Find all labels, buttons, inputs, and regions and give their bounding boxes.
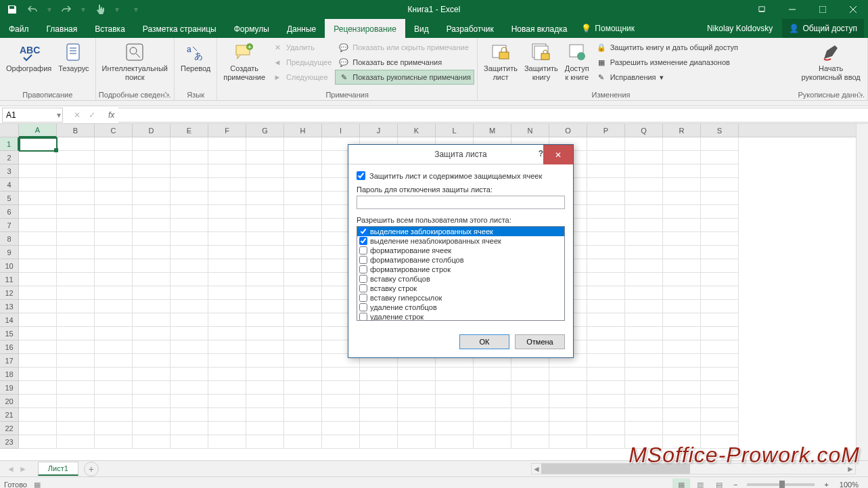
cell[interactable]	[663, 368, 701, 381]
cell[interactable]	[663, 151, 701, 164]
cell[interactable]	[701, 259, 739, 273]
cell[interactable]	[95, 205, 133, 219]
cell[interactable]	[587, 259, 625, 273]
cell[interactable]	[587, 232, 625, 246]
vertical-scrollbar[interactable]	[856, 124, 868, 460]
cell[interactable]	[19, 340, 57, 354]
cell[interactable]	[284, 327, 322, 340]
allow-ranges-button[interactable]: ▦Разрешить изменение диапазонов	[593, 55, 741, 70]
zoom-out-icon[interactable]: −	[729, 481, 741, 488]
chevron-down-icon[interactable]: ▾	[57, 110, 61, 120]
cell[interactable]	[663, 381, 701, 395]
cell[interactable]	[663, 137, 701, 151]
cell[interactable]	[170, 300, 208, 313]
cell[interactable]	[19, 435, 57, 449]
cell[interactable]	[57, 381, 95, 395]
cell[interactable]	[663, 327, 701, 340]
cell[interactable]	[19, 422, 57, 435]
cell[interactable]	[511, 381, 549, 395]
row-header[interactable]: 14	[0, 313, 19, 327]
cell[interactable]	[587, 286, 625, 300]
cell[interactable]	[170, 340, 208, 354]
undo-icon[interactable]	[27, 4, 38, 15]
permission-checkbox[interactable]	[359, 275, 367, 283]
cell[interactable]	[133, 232, 170, 246]
cell[interactable]	[95, 259, 133, 273]
show-all-comments-button[interactable]: 💬Показать все примечания	[335, 55, 474, 70]
cell[interactable]	[511, 435, 549, 449]
cell[interactable]	[170, 381, 208, 395]
cell[interactable]	[57, 205, 95, 219]
cell[interactable]	[625, 327, 663, 340]
user-name[interactable]: Nikolay Koldovsky	[700, 24, 779, 33]
prev-comment-button[interactable]: ◄Предыдущее	[269, 55, 335, 70]
cell[interactable]	[95, 164, 133, 178]
cell[interactable]	[284, 340, 322, 354]
cell[interactable]	[284, 219, 322, 232]
column-header[interactable]: S	[701, 124, 739, 137]
cell[interactable]	[57, 246, 95, 259]
permission-checkbox[interactable]	[359, 237, 367, 245]
dialog-help-icon[interactable]: ?	[539, 149, 543, 158]
cell[interactable]	[133, 300, 170, 313]
cell[interactable]	[95, 232, 133, 246]
cell[interactable]	[625, 368, 663, 381]
cell[interactable]	[663, 219, 701, 232]
cell[interactable]	[701, 164, 739, 178]
cell[interactable]	[511, 422, 549, 435]
cell[interactable]	[625, 151, 663, 164]
cell[interactable]	[57, 422, 95, 435]
cell[interactable]	[398, 435, 436, 449]
cell[interactable]	[208, 205, 246, 219]
cell[interactable]	[246, 164, 284, 178]
cell[interactable]	[284, 408, 322, 422]
cell[interactable]	[663, 408, 701, 422]
cell[interactable]	[474, 408, 511, 422]
column-header[interactable]: A	[19, 124, 57, 137]
permission-checkbox[interactable]	[359, 256, 367, 264]
cell[interactable]	[170, 327, 208, 340]
cell[interactable]	[511, 368, 549, 381]
cell[interactable]	[625, 178, 663, 192]
save-icon[interactable]	[7, 4, 18, 15]
cell[interactable]	[170, 137, 208, 151]
cell[interactable]	[57, 137, 95, 151]
cell[interactable]	[133, 259, 170, 273]
column-header[interactable]: M	[474, 124, 511, 137]
cell[interactable]	[284, 422, 322, 435]
row-header[interactable]: 17	[0, 354, 19, 368]
spelling-button[interactable]: ABC Орфография	[3, 40, 55, 74]
cell[interactable]	[208, 151, 246, 164]
permission-item[interactable]: форматирование строк	[357, 265, 564, 274]
horizontal-scrollbar[interactable]: ◄ ►	[531, 463, 856, 474]
column-header[interactable]: G	[246, 124, 284, 137]
permission-checkbox[interactable]	[359, 265, 367, 273]
permissions-list[interactable]: выделение заблокированных ячееквыделение…	[357, 226, 565, 321]
cell[interactable]	[246, 205, 284, 219]
cell[interactable]	[95, 313, 133, 327]
cell[interactable]	[701, 151, 739, 164]
cell[interactable]	[57, 327, 95, 340]
cell[interactable]	[170, 178, 208, 192]
view-page-break-icon[interactable]: ▤	[710, 479, 728, 488]
cell[interactable]	[95, 395, 133, 408]
scroll-right-icon[interactable]: ►	[846, 464, 855, 474]
cell[interactable]	[170, 286, 208, 300]
cell[interactable]	[133, 368, 170, 381]
cell[interactable]	[246, 313, 284, 327]
permission-item[interactable]: вставку строк	[357, 284, 564, 293]
cell[interactable]	[701, 354, 739, 368]
cell[interactable]	[133, 435, 170, 449]
cell[interactable]	[436, 381, 474, 395]
cell[interactable]	[701, 286, 739, 300]
cell[interactable]	[208, 286, 246, 300]
cell[interactable]	[701, 368, 739, 381]
cell[interactable]	[170, 164, 208, 178]
cell[interactable]	[208, 340, 246, 354]
cell[interactable]	[170, 205, 208, 219]
cell[interactable]	[625, 408, 663, 422]
cell[interactable]	[246, 422, 284, 435]
cell[interactable]	[284, 259, 322, 273]
row-header[interactable]: 13	[0, 300, 19, 313]
permission-item[interactable]: выделение заблокированных ячеек	[357, 227, 564, 236]
